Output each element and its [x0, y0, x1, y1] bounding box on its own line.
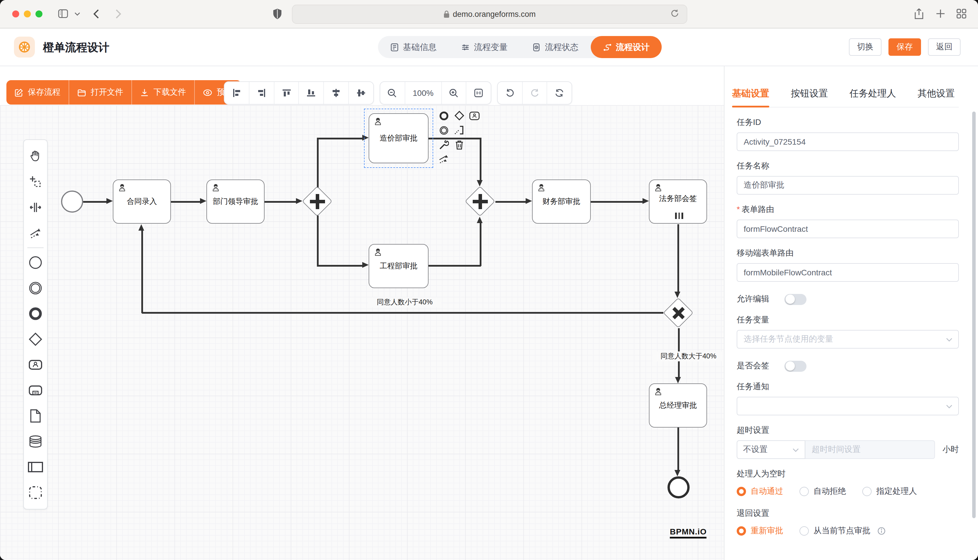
append-gateway-icon[interactable] [452, 108, 466, 123]
back-button[interactable]: 返回 [928, 38, 961, 56]
countersign-toggle[interactable] [784, 360, 806, 372]
tab-flow-variables[interactable]: 流程变量 [449, 36, 520, 58]
edge-label-lt40[interactable]: 同意人数小于40% [368, 297, 441, 307]
flow-edge[interactable] [480, 222, 481, 266]
edge-label-gt40[interactable]: 同意人数大于40% [652, 352, 724, 361]
new-tab-icon[interactable] [936, 9, 945, 18]
tab-task-assignee[interactable]: 任务处理人 [849, 88, 896, 100]
align-left-icon[interactable] [224, 82, 249, 104]
start-event-tool[interactable] [28, 250, 43, 275]
end-event[interactable] [667, 477, 690, 498]
trash-delete-icon[interactable] [452, 138, 466, 152]
fit-view-icon[interactable] [466, 82, 491, 104]
timeout-value-input[interactable]: 超时时间设置 [805, 440, 935, 459]
zoom-level[interactable]: 100% [405, 82, 441, 104]
align-right-icon[interactable] [249, 82, 274, 104]
info-icon[interactable] [878, 527, 886, 535]
flow-edge[interactable] [428, 265, 481, 267]
radio-assign-handler[interactable]: 指定处理人 [862, 486, 917, 497]
task-variable-select[interactable]: 选择任务节点使用的变量 [737, 330, 959, 348]
flow-edge[interactable] [677, 224, 679, 293]
connect-tool[interactable] [28, 220, 42, 246]
timeout-mode-select[interactable]: 不设置 [737, 440, 805, 459]
align-center-vertical-icon[interactable] [349, 82, 373, 104]
end-event-tool[interactable] [28, 301, 43, 327]
tab-overview-icon[interactable] [956, 9, 966, 18]
flow-edge[interactable] [677, 428, 679, 472]
chevron-down-icon[interactable] [74, 12, 80, 16]
task-legal-countersign[interactable]: 法务部会签 [649, 180, 707, 223]
redo-icon[interactable] [522, 82, 547, 104]
tab-basic-settings[interactable]: 基础设置 [732, 88, 769, 100]
task-finance-approval[interactable]: 财务部审批 [532, 180, 591, 223]
share-icon[interactable] [914, 8, 924, 20]
gateway-tool[interactable] [28, 327, 43, 352]
form-route-input[interactable] [737, 220, 959, 238]
forward-icon[interactable] [115, 9, 122, 19]
space-tool[interactable] [28, 195, 42, 220]
flow-edge[interactable] [264, 201, 298, 202]
tab-basic-info[interactable]: 基础信息 [378, 36, 449, 58]
tab-flow-design[interactable]: 流程设计 [591, 36, 662, 58]
sub-process-tool[interactable] [28, 378, 43, 403]
align-top-icon[interactable] [274, 82, 299, 104]
connect-tool-icon[interactable] [437, 152, 451, 166]
undo-icon[interactable] [498, 82, 522, 104]
minimize-window-button[interactable] [24, 10, 31, 17]
save-button[interactable]: 保存 [888, 38, 921, 56]
flow-edge[interactable] [83, 201, 107, 202]
reset-icon[interactable] [547, 82, 572, 104]
flow-edge[interactable] [495, 201, 527, 202]
participant-tool[interactable] [27, 454, 43, 480]
tab-flow-status[interactable]: 流程状态 [520, 36, 591, 58]
bpmn-canvas[interactable]: 同意人数小于40% 同意人数大于40% 合同录入 部门领导审批 [0, 105, 724, 560]
radio-re-approve[interactable]: 重新审批 [737, 526, 783, 536]
flow-edge[interactable] [317, 265, 363, 267]
group-tool[interactable] [28, 480, 43, 505]
align-bottom-icon[interactable] [299, 82, 324, 104]
allow-edit-toggle[interactable] [784, 293, 806, 305]
flow-edge[interactable] [142, 312, 664, 313]
download-file-button[interactable]: 下载文件 [132, 80, 195, 105]
start-event[interactable] [61, 190, 83, 213]
task-id-input[interactable] [737, 132, 959, 151]
switch-button[interactable]: 切换 [849, 38, 881, 56]
mobile-form-route-input[interactable] [737, 263, 959, 282]
task-contract-entry[interactable]: 合同录入 [113, 180, 171, 223]
flow-edge[interactable] [141, 230, 143, 313]
lasso-tool[interactable] [28, 169, 42, 195]
back-icon[interactable] [93, 9, 99, 19]
flow-edge[interactable] [591, 201, 644, 202]
radio-from-current-node[interactable]: 从当前节点审批 [799, 526, 886, 536]
wrench-change-type-icon[interactable] [437, 138, 451, 152]
task-general-manager-approval[interactable]: 总经理审批 [649, 383, 707, 428]
radio-auto-reject[interactable]: 自动拒绝 [799, 486, 846, 497]
task-engineering-approval[interactable]: 工程部审批 [369, 244, 428, 288]
bpmn-io-watermark[interactable]: BPMN.iO [670, 527, 707, 538]
data-store-tool[interactable] [28, 429, 43, 454]
flow-edge[interactable] [171, 201, 202, 202]
data-object-tool[interactable] [28, 403, 42, 429]
radio-auto-pass[interactable]: 自动通过 [737, 486, 783, 497]
sidebar-icon[interactable] [58, 8, 69, 19]
flow-edge[interactable] [317, 215, 318, 266]
append-intermediate-event-icon[interactable] [437, 123, 451, 137]
open-file-button[interactable]: 打开文件 [69, 80, 132, 105]
zoom-out-icon[interactable] [380, 82, 405, 104]
address-bar[interactable]: demo.orangeforms.com [292, 5, 687, 24]
user-task-tool[interactable] [28, 352, 43, 378]
append-task-icon[interactable] [467, 108, 481, 123]
flow-edge[interactable] [317, 138, 318, 188]
tab-button-settings[interactable]: 按钮设置 [791, 88, 828, 100]
append-text-annotation-icon[interactable] [452, 123, 466, 137]
refresh-icon[interactable] [670, 9, 679, 18]
shield-icon[interactable] [273, 8, 282, 20]
close-window-button[interactable] [12, 10, 19, 17]
task-name-input[interactable] [737, 176, 959, 195]
save-flow-button[interactable]: 保存流程 [7, 80, 69, 105]
task-notify-select[interactable] [737, 397, 959, 415]
zoom-window-button[interactable] [35, 10, 42, 17]
panel-scrollbar[interactable] [972, 112, 976, 518]
align-center-horizontal-icon[interactable] [324, 82, 349, 104]
task-dept-leader-approval[interactable]: 部门领导审批 [206, 180, 264, 223]
